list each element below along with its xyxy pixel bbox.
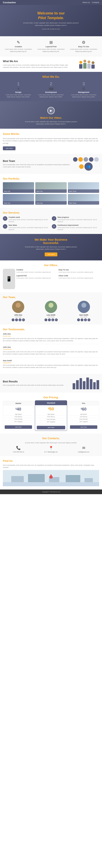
pro-price: $60: [68, 406, 99, 412]
testimonials-section: Our Testimonials. John Doe Envato corp S…: [0, 324, 102, 374]
progress-icon: ↗: [52, 216, 56, 221]
sam-socials: f t g in: [68, 318, 99, 321]
google-icon[interactable]: g: [84, 318, 87, 321]
portfolio-item-4[interactable]: Work One: [3, 194, 34, 205]
google-icon[interactable]: g: [51, 318, 54, 321]
contact-email-text: mail@gmail.com: [68, 451, 99, 453]
service-improvement: ↻ Continuous Improvement Lorem ipsum dol…: [52, 224, 99, 231]
some-words-section: Some Words. Sed ut perspiciatis unde omn…: [0, 129, 102, 154]
standard-button[interactable]: Join Here: [37, 426, 65, 429]
feature-layered-desc: Lorem ipsum dolor sit amet, consectetur …: [36, 48, 66, 53]
starter-button[interactable]: Join Here: [5, 425, 32, 429]
hero-description: At amet dolor ut nibh vulputate nibh ull…: [22, 22, 80, 27]
phone-icon: 📱: [3, 269, 15, 289]
bar-1: [73, 383, 75, 389]
hero-section: Welcome to our Pilot Template. At amet d…: [0, 5, 102, 36]
facebook-icon[interactable]: f: [45, 318, 47, 321]
best-results-text: Best Results Sed ut perspiciatis unde om…: [3, 380, 70, 386]
sam-photo: [78, 301, 90, 313]
footer: Copyright © ThemeXcel.com: [0, 490, 102, 494]
footer-text: Copyright © ThemeXcel.com: [3, 491, 99, 493]
starter-f2: Free Bonus: [4, 415, 33, 418]
what-we-do-section: What We Do. 1 ✎ Design Lorem ipsum dolor…: [0, 72, 102, 101]
contact-phone-text: +123 456 345 12: [3, 451, 34, 453]
service-ideas: ☆ New ideas Lorem ipsum dolor sit amet, …: [3, 224, 50, 231]
pro-button[interactable]: Join Here: [70, 425, 97, 429]
testimonial-3-role: GraphicRiver: [3, 362, 99, 364]
feature-easy-desc: Lorem ipsum dolor sit amet, consectetur …: [69, 48, 99, 53]
feature-layered-title: Layered Psd: [36, 45, 66, 48]
wwd-items: 1 ✎ Design Lorem ipsum dolor sit amet, c…: [3, 81, 99, 98]
creative-work-icon: ✎: [3, 216, 7, 221]
join-here-button[interactable]: Join Here: [3, 146, 16, 150]
portfolio-item-2[interactable]: Work Two: [35, 182, 67, 193]
bar-2: [76, 380, 79, 389]
testimonial-3: Sam Smith GraphicRiver Sed ut perspiciat…: [3, 360, 99, 371]
svg-rect-7: [3, 482, 99, 486]
offer-phone-illustration: 📱: [3, 269, 15, 289]
play-button[interactable]: ▶: [47, 107, 55, 114]
pricing-section: Our Pricing. Starter $40 #gb Space Free …: [0, 393, 102, 433]
feature-creative-title: Creative: [3, 45, 33, 48]
pricing-pro: Pro $60 #gb Space Free Bonus Free Domain…: [68, 401, 99, 430]
portfolio-label-5: Work Two: [36, 203, 43, 204]
svg-rect-9: [28, 474, 45, 482]
portfolio-item-5[interactable]: Work Two: [35, 194, 67, 205]
nav-contacts[interactable]: Contacts: [92, 1, 99, 3]
portfolio-item-1[interactable]: Work One: [3, 182, 34, 193]
lisa-socials: f t g in: [36, 318, 67, 321]
pricing-row: Starter $40 #gb Space Free Bonus Free Do…: [3, 401, 99, 430]
facebook-icon[interactable]: f: [11, 318, 15, 321]
best-results-chart: [73, 377, 99, 389]
john-role: Lisa Smith: [3, 316, 34, 318]
team-circle: [89, 157, 94, 162]
service-progress-title: New progress: [57, 216, 99, 218]
offer-easy: Easy To Use Lorem ipsum dolor sit amet, …: [58, 269, 99, 273]
lisa-photo: [45, 301, 57, 313]
portfolio-item-3[interactable]: Work Three: [68, 182, 99, 193]
twitter-icon[interactable]: t: [15, 318, 18, 321]
testimonial-2-role: ThemeForest: [3, 349, 99, 350]
twitter-icon[interactable]: t: [81, 318, 83, 321]
standard-f3: Free Domain: [36, 418, 66, 421]
offer-creative-desc: Lorem ipsum dolor sit amet, consectetur …: [16, 271, 57, 273]
best-team-text: Best Team Sed ut perspiciatis unde omnis…: [3, 160, 70, 168]
linkedin-icon[interactable]: in: [22, 318, 25, 321]
team-circle: [94, 157, 99, 162]
john-name: John Doe: [3, 314, 34, 316]
feature-creative-desc: Lorem ipsum dolor sit amet, consectetur …: [3, 48, 33, 53]
portfolio-item-6[interactable]: Work Three: [68, 194, 99, 205]
make-business-button[interactable]: Join Here: [45, 252, 57, 256]
portfolio-label-3: Work Three: [69, 191, 76, 192]
linkedin-icon[interactable]: in: [87, 318, 91, 321]
easy-icon: ⚙: [69, 40, 99, 45]
twitter-icon[interactable]: t: [48, 318, 51, 321]
creative-icon: ✎: [3, 40, 33, 45]
nav-about[interactable]: About Us: [82, 1, 90, 3]
contacts-title: Our Contacts.: [3, 437, 99, 440]
team-row: John Doe Lisa Smith f t g in Lisa Smith …: [3, 301, 99, 321]
lisa-name: Lisa Smith: [36, 314, 67, 316]
team-center-circle: 👥: [84, 162, 93, 170]
linkedin-icon[interactable]: in: [55, 318, 58, 321]
starter-header: Starter: [3, 401, 34, 406]
offer-creative-title: Creative: [16, 269, 57, 271]
what-we-do-title: What We Do.: [3, 75, 99, 79]
testimonial-1: John Doe Envato corp Sed ut perspiciatis…: [3, 333, 99, 344]
offer-easy-title: Easy To Use: [58, 269, 99, 271]
pro-f3: Free Domain: [69, 418, 98, 421]
services-grid: ✎ Creative work Lorem ipsum dolor sit am…: [3, 216, 99, 231]
wwd-development-title: Development: [35, 91, 67, 93]
google-icon[interactable]: g: [19, 318, 21, 321]
svg-point-0: [16, 303, 21, 308]
facebook-icon[interactable]: f: [77, 318, 80, 321]
feature-easy: ⚙ Easy To Use Lorem ipsum dolor sit amet…: [67, 40, 100, 53]
testimonial-1-name: John Doe: [3, 333, 99, 335]
contact-email: ✉ mail@gmail.com: [68, 446, 99, 453]
what-we-are-illustration: [75, 60, 99, 69]
team-circle: [79, 164, 84, 169]
offers-row: 📱 Creative Lorem ipsum dolor sit amet, c…: [3, 269, 99, 289]
portfolio-section: Our Portfolio. Work One Work Two Work Th…: [0, 174, 102, 208]
contact-address: 📍 N.Y. Washington dc: [35, 446, 67, 453]
layered-icon: ⊞: [36, 40, 66, 45]
